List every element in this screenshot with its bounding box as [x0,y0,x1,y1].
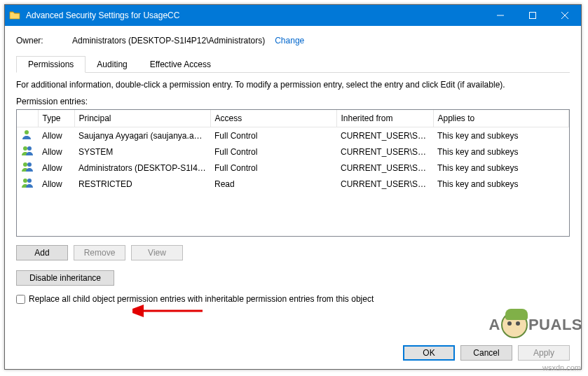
cell-type: Allow [38,176,74,192]
cell-principal: Saujanya Ayyagari (saujanya.ayy… [74,127,210,144]
cancel-button[interactable]: Cancel [460,345,512,361]
owner-label: Owner: [16,36,72,46]
principal-icon [17,144,38,160]
cell-principal: SYSTEM [74,144,210,160]
remove-button: Remove [74,245,125,260]
titlebar: Advanced Security Settings for UsageCC [5,5,581,26]
table-header-row: Type Principal Access Inherited from App… [17,110,569,127]
svg-point-4 [25,130,29,134]
cell-inherited: CURRENT_USER\SOFTWA… [336,160,433,176]
cell-type: Allow [38,160,74,176]
button-label: Cancel [473,348,499,358]
replace-child-row: Replace all child object permission entr… [16,294,570,304]
svg-point-7 [23,162,27,167]
tab-label: Permissions [28,60,74,69]
table-row[interactable]: AllowSYSTEMFull ControlCURRENT_USER\SOFT… [17,144,569,160]
cell-inherited: CURRENT_USER\SOFTWA… [336,127,433,144]
add-button[interactable]: Add [16,245,68,260]
cell-access: Full Control [210,160,336,176]
change-owner-link[interactable]: Change [275,36,304,46]
button-label: Add [34,248,49,258]
cell-applies: This key and subkeys [433,144,569,160]
cell-applies: This key and subkeys [433,160,569,176]
tab-auditing[interactable]: Auditing [86,57,138,72]
button-label: View [148,248,166,258]
cell-principal: Administrators (DESKTOP-S1I4P1… [74,160,210,176]
cell-access: Full Control [210,127,336,144]
view-button: View [131,245,183,260]
tab-effective-access[interactable]: Effective Access [139,57,222,72]
window: Advanced Security Settings for UsageCC [4,4,582,370]
folder-icon [5,10,25,21]
cell-access: Read [210,176,336,192]
info-text: For additional information, double-click… [16,80,570,90]
apply-button: Apply [518,345,570,361]
replace-child-checkbox[interactable] [16,295,25,304]
col-inherited[interactable]: Inherited from [336,110,433,127]
svg-rect-1 [530,13,536,19]
close-button[interactable] [549,5,581,26]
svg-point-8 [27,162,32,167]
cell-type: Allow [38,144,74,160]
cell-inherited: CURRENT_USER\SOFTWA… [336,176,433,192]
cell-applies: This key and subkeys [433,127,569,144]
button-label: OK [423,348,435,358]
svg-point-10 [27,179,32,183]
permission-entries-label: Permission entries: [16,97,570,106]
owner-value: Administrators (DESKTOP-S1I4P12\Administ… [72,36,265,46]
cell-applies: This key and subkeys [433,176,569,192]
cell-inherited: CURRENT_USER\SOFTWA… [336,144,433,160]
principal-icon [17,127,38,144]
permission-table[interactable]: Type Principal Access Inherited from App… [16,109,570,237]
tab-label: Auditing [97,60,127,69]
svg-point-5 [23,146,27,151]
table-row[interactable]: AllowRESTRICTEDReadCURRENT_USER\SOFTWA…T… [17,176,569,192]
svg-point-6 [27,146,32,151]
col-applies[interactable]: Applies to [433,110,569,127]
col-principal[interactable]: Principal [74,110,210,127]
principal-icon [17,160,38,176]
owner-row: Owner: Administrators (DESKTOP-S1I4P12\A… [16,36,570,46]
button-label: Remove [84,248,116,258]
replace-child-label: Replace all child object permission entr… [29,294,374,304]
tab-strip: Permissions Auditing Effective Access [16,55,570,72]
button-label: Disable inheritance [29,273,101,283]
minimize-button[interactable] [484,5,517,26]
col-type[interactable]: Type [38,110,74,127]
cell-principal: RESTRICTED [74,176,210,192]
table-row[interactable]: AllowSaujanya Ayyagari (saujanya.ayy…Ful… [17,127,569,144]
tab-label: Effective Access [150,60,211,69]
cell-access: Full Control [210,144,336,160]
tab-permissions[interactable]: Permissions [16,56,86,73]
window-title: Advanced Security Settings for UsageCC [25,11,484,20]
principal-icon [17,176,38,192]
col-icon[interactable] [17,110,38,127]
ok-button[interactable]: OK [403,345,455,361]
table-row[interactable]: AllowAdministrators (DESKTOP-S1I4P1…Full… [17,160,569,176]
button-label: Apply [533,348,554,358]
maximize-button[interactable] [517,5,549,26]
col-access[interactable]: Access [210,110,336,127]
svg-point-9 [23,179,27,183]
cell-type: Allow [38,127,74,144]
disable-inheritance-button[interactable]: Disable inheritance [16,270,114,286]
